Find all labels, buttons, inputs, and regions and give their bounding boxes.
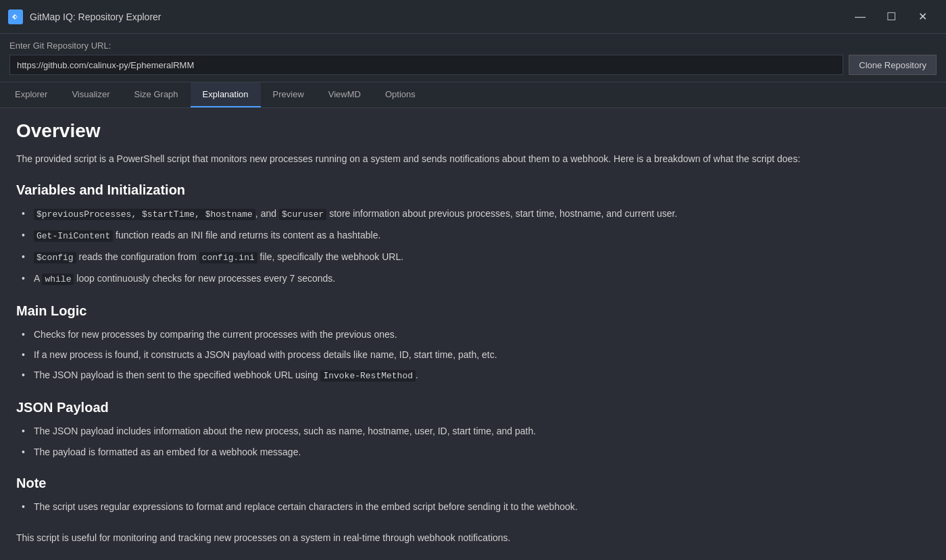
code-snippet: while <box>42 274 74 285</box>
list-item: The JSON payload includes information ab… <box>22 424 930 438</box>
app-title: GitMap IQ: Repository Explorer <box>30 11 845 22</box>
list-item: Get-IniContent function reads an INI fil… <box>22 228 930 244</box>
section-title-variables: Variables and Initialization <box>16 182 930 198</box>
section-title-note: Note <box>16 476 930 491</box>
list-item: If a new process is found, it constructs… <box>22 347 930 362</box>
json-payload-list: The JSON payload includes information ab… <box>16 424 930 459</box>
overview-description: The provided script is a PowerShell scri… <box>16 151 930 166</box>
code-snippet: $config <box>34 252 76 263</box>
maximize-button[interactable]: ☐ <box>876 7 907 27</box>
tab-explorer[interactable]: Explorer <box>3 82 59 107</box>
url-input[interactable] <box>9 55 843 75</box>
main-logic-list: Checks for new processes by comparing th… <box>16 327 930 384</box>
list-item: $config reads the configuration from con… <box>22 249 930 265</box>
list-item: $previousProcesses, $startTime, $hostnam… <box>22 206 930 222</box>
url-bar-area: Enter Git Repository URL: Clone Reposito… <box>0 34 946 82</box>
list-item: The JSON payload is then sent to the spe… <box>22 367 930 384</box>
section-title-main-logic: Main Logic <box>16 303 930 319</box>
tab-size-graph[interactable]: Size Graph <box>122 82 191 107</box>
tab-options[interactable]: Options <box>373 82 428 107</box>
code-snippet: $previousProcesses, $startTime, $hostnam… <box>34 209 255 220</box>
note-list: The script uses regular expressions to f… <box>16 499 930 514</box>
code-snippet: config.ini <box>199 252 257 263</box>
tab-explanation[interactable]: Explanation <box>191 82 261 107</box>
overview-title: Overview <box>16 120 930 142</box>
title-bar: GitMap IQ: Repository Explorer — ☐ ✕ <box>0 0 946 34</box>
url-label: Enter Git Repository URL: <box>9 41 937 51</box>
variables-list: $previousProcesses, $startTime, $hostnam… <box>16 206 930 286</box>
app-icon <box>8 9 23 24</box>
code-snippet: $curuser <box>279 209 326 220</box>
tab-visualizer[interactable]: Visualizer <box>59 82 122 107</box>
section-title-json-payload: JSON Payload <box>16 400 930 415</box>
tab-viewmd[interactable]: ViewMD <box>316 82 373 107</box>
list-item: Checks for new processes by comparing th… <box>22 327 930 342</box>
window-controls: — ☐ ✕ <box>845 7 938 27</box>
main-content: Overview The provided script is a PowerS… <box>0 108 946 560</box>
tab-preview[interactable]: Preview <box>261 82 316 107</box>
list-item: The payload is formatted as an embed for… <box>22 444 930 459</box>
footer-text: This script is useful for monitoring and… <box>16 530 930 545</box>
tabs-bar: Explorer Visualizer Size Graph Explanati… <box>0 82 946 108</box>
code-snippet: Get-IniContent <box>34 230 113 242</box>
clone-repository-button[interactable]: Clone Repository <box>849 55 937 75</box>
minimize-button[interactable]: — <box>845 7 876 27</box>
list-item: A while loop continuously checks for new… <box>22 271 930 287</box>
close-button[interactable]: ✕ <box>907 7 938 27</box>
list-item: The script uses regular expressions to f… <box>22 499 930 514</box>
code-snippet: Invoke-RestMethod <box>320 370 416 382</box>
url-row: Clone Repository <box>9 55 937 75</box>
